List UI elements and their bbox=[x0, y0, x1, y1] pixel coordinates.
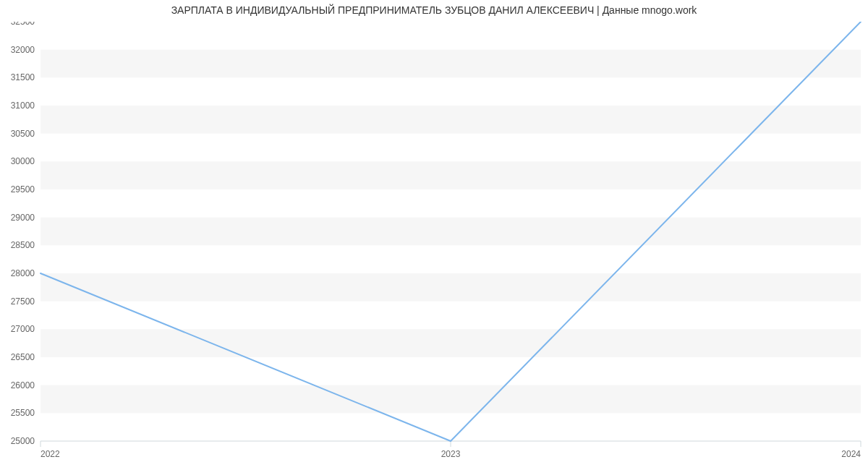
grid-band bbox=[41, 329, 861, 357]
x-tick-label: 2023 bbox=[441, 449, 461, 459]
y-tick-label: 30500 bbox=[11, 129, 35, 139]
grid-band bbox=[41, 273, 861, 302]
y-tick-label: 29000 bbox=[11, 213, 35, 223]
y-tick-label: 26500 bbox=[11, 352, 35, 362]
plot-area: 2500025500260002650027000275002800028500… bbox=[4, 22, 825, 441]
y-tick-label: 29500 bbox=[11, 184, 35, 195]
grid-band bbox=[41, 106, 861, 134]
y-tick-label: 28000 bbox=[11, 268, 35, 278]
y-tick-label: 32000 bbox=[11, 45, 35, 55]
y-tick-label: 31500 bbox=[11, 72, 35, 82]
y-tick-label: 31000 bbox=[11, 101, 35, 111]
grid-band bbox=[41, 161, 861, 189]
x-tick-label: 2024 bbox=[841, 449, 861, 459]
chart-container: ЗАРПЛАТА В ИНДИВИДУАЛЬНЫЙ ПРЕДПРИНИМАТЕЛ… bbox=[0, 0, 868, 470]
y-tick-label: 26000 bbox=[11, 380, 35, 390]
chart-svg: 2500025500260002650027000275002800028500… bbox=[4, 22, 864, 470]
x-tick-label: 2022 bbox=[41, 449, 60, 459]
y-tick-label: 27000 bbox=[11, 324, 35, 334]
grid-band bbox=[41, 50, 861, 78]
y-tick-label: 25000 bbox=[11, 436, 35, 446]
y-tick-label: 25500 bbox=[11, 408, 35, 418]
grid-band bbox=[41, 218, 861, 246]
y-tick-label: 32500 bbox=[11, 22, 35, 27]
y-tick-label: 30000 bbox=[11, 156, 35, 166]
grid-band bbox=[41, 385, 861, 414]
chart-title: ЗАРПЛАТА В ИНДИВИДУАЛЬНЫЙ ПРЕДПРИНИМАТЕЛ… bbox=[0, 4, 868, 16]
y-tick-label: 27500 bbox=[11, 296, 35, 307]
y-tick-label: 28500 bbox=[11, 240, 35, 250]
